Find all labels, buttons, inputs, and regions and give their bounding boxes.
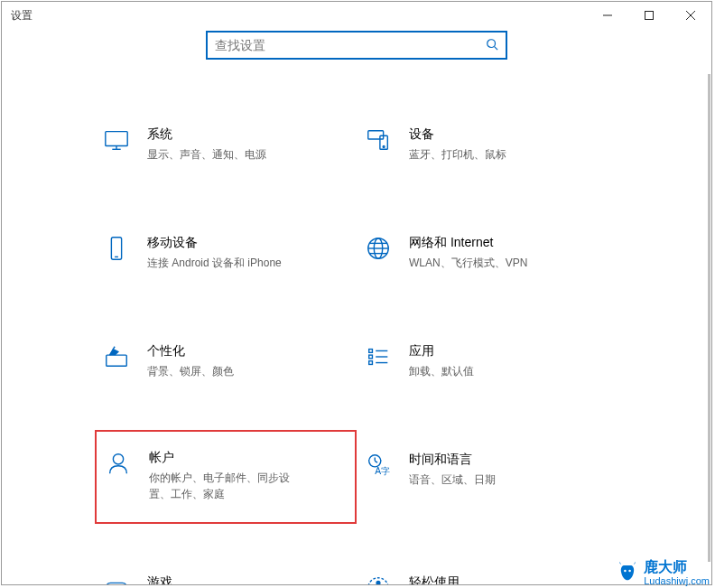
gamepad-icon [102, 574, 131, 584]
svg-rect-9 [368, 131, 384, 139]
accessibility-icon [364, 574, 393, 584]
svg-line-22 [113, 347, 115, 350]
tile-title: 系统 [147, 126, 349, 143]
tile-text: 时间和语言 语音、区域、日期 [409, 452, 611, 502]
watermark-url: Ludashiwj.com [644, 575, 710, 586]
tile-text: 游戏 Game Bar, 捕获, 游戏模式 [147, 574, 349, 584]
tile-phone[interactable]: 移动设备 连接 Android 设备和 iPhone [95, 229, 357, 276]
svg-rect-24 [369, 355, 373, 359]
tile-title: 设备 [409, 126, 611, 143]
window-title: 设置 [11, 8, 32, 23]
tile-subtitle: 卸载、默认值 [409, 363, 562, 379]
tile-subtitle: WLAN、飞行模式、VPN [409, 255, 562, 271]
tile-subtitle: 语音、区域、日期 [409, 471, 562, 488]
tile-subtitle: 你的帐户、电子邮件、同步设置、工作、家庭 [149, 470, 302, 502]
tile-system[interactable]: 系统 显示、声音、通知、电源 [95, 121, 357, 168]
brush-icon [102, 343, 131, 372]
deer-icon [615, 560, 640, 585]
scrollbar[interactable] [708, 74, 710, 562]
tile-text: 移动设备 连接 Android 设备和 iPhone [147, 235, 349, 271]
svg-text:A字: A字 [375, 466, 390, 476]
svg-rect-14 [111, 238, 121, 259]
person-icon [104, 450, 133, 479]
tile-text: 应用 卸载、默认值 [409, 343, 611, 379]
tile-title: 时间和语言 [409, 452, 611, 468]
svg-line-5 [495, 46, 498, 50]
tile-accounts[interactable]: 帐户 你的帐户、电子邮件、同步设置、工作、家庭 [95, 430, 357, 524]
time-language-icon: A字 [364, 452, 393, 481]
settings-window: 设置 系统 [1, 1, 712, 585]
tile-text: 系统 显示、声音、通知、电源 [147, 126, 349, 163]
tile-text: 设备 蓝牙、打印机、鼠标 [409, 126, 611, 163]
tile-personalization[interactable]: 个性化 背景、锁屏、颜色 [95, 338, 357, 385]
svg-point-4 [488, 39, 496, 47]
tile-text: 轻松使用 讲述人、放大镜、高对比度 [409, 574, 611, 584]
tile-text: 个性化 背景、锁屏、颜色 [147, 343, 349, 379]
content-area: 系统 显示、声音、通知、电源 设备 蓝牙、打印机、鼠标 移动设备 [2, 60, 711, 584]
tile-gaming[interactable]: 游戏 Game Bar, 捕获, 游戏模式 [95, 569, 357, 584]
maximize-icon [645, 11, 654, 20]
devices-icon [364, 126, 393, 155]
window-controls [587, 2, 711, 29]
tile-subtitle: 蓝牙、打印机、鼠标 [409, 146, 562, 163]
tile-title: 个性化 [147, 343, 349, 359]
tile-subtitle: 显示、声音、通知、电源 [147, 146, 301, 163]
search-container [2, 31, 711, 60]
titlebar: 设置 [2, 2, 711, 29]
svg-point-29 [113, 454, 123, 464]
tile-title: 网络和 Internet [409, 235, 611, 251]
monitor-icon [102, 126, 131, 155]
minimize-icon [603, 11, 612, 20]
phone-icon [102, 235, 131, 264]
svg-rect-6 [106, 132, 127, 146]
watermark-text: 鹿大师 Ludashiwj.com [644, 558, 710, 586]
svg-line-32 [375, 461, 377, 462]
svg-point-11 [383, 146, 385, 148]
watermark-name: 鹿大师 [644, 558, 687, 577]
svg-rect-21 [107, 355, 127, 366]
tile-title: 轻松使用 [409, 574, 611, 584]
svg-rect-1 [645, 12, 654, 20]
svg-point-40 [624, 569, 627, 572]
tile-text: 网络和 Internet WLAN、飞行模式、VPN [409, 235, 611, 271]
tile-subtitle: 连接 Android 设备和 iPhone [147, 255, 301, 271]
svg-point-39 [376, 582, 380, 585]
watermark: 鹿大师 Ludashiwj.com [615, 558, 710, 586]
tile-apps[interactable]: 应用 卸载、默认值 [357, 338, 618, 385]
tile-devices[interactable]: 设备 蓝牙、打印机、鼠标 [357, 121, 618, 168]
tile-time-language[interactable]: A字 时间和语言 语音、区域、日期 [357, 446, 618, 508]
tile-title: 游戏 [147, 574, 349, 584]
tile-title: 应用 [409, 343, 611, 359]
tile-title: 帐户 [149, 450, 348, 466]
svg-point-41 [629, 569, 632, 572]
close-button[interactable] [670, 2, 711, 29]
svg-rect-25 [369, 361, 373, 365]
search-icon [486, 38, 498, 53]
tile-text: 帐户 你的帐户、电子邮件、同步设置、工作、家庭 [149, 450, 348, 502]
minimize-button[interactable] [587, 2, 628, 29]
search-box[interactable] [206, 31, 507, 60]
settings-grid: 系统 显示、声音、通知、电源 设备 蓝牙、打印机、鼠标 移动设备 [95, 121, 618, 584]
list-icon [364, 343, 393, 372]
maximize-button[interactable] [628, 2, 670, 29]
search-input[interactable] [215, 38, 480, 52]
tile-subtitle: 背景、锁屏、颜色 [147, 363, 301, 379]
tile-network[interactable]: 网络和 Internet WLAN、飞行模式、VPN [357, 229, 618, 276]
svg-rect-23 [369, 350, 373, 353]
tile-title: 移动设备 [147, 235, 349, 251]
globe-icon [364, 235, 393, 264]
tile-ease-of-access[interactable]: 轻松使用 讲述人、放大镜、高对比度 [357, 569, 618, 584]
close-icon [686, 11, 695, 20]
